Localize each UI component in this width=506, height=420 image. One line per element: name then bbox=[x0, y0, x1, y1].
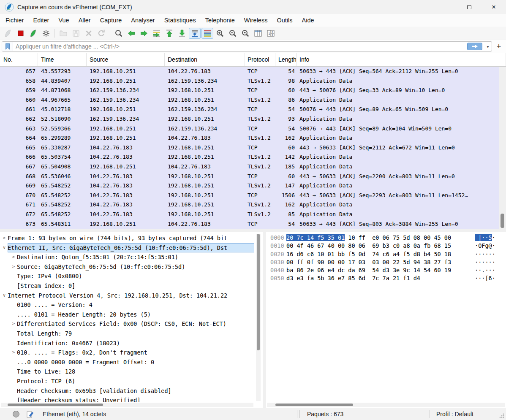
menu-analyser[interactable]: Analyser bbox=[126, 14, 159, 27]
hex-row[interactable]: 003000 ff 0f 90 00 00 17 03 03 00 22 5d … bbox=[266, 258, 506, 266]
column-header-info[interactable]: Info bbox=[297, 53, 506, 66]
go-to-packet-button[interactable] bbox=[151, 28, 163, 39]
next-packet-button[interactable] bbox=[138, 28, 150, 39]
display-filter-input[interactable]: Appliquer un filtre d'affichage ... <Ctr… bbox=[2, 41, 492, 51]
packet-row[interactable]: 65944.871068162.159.136.234192.168.10.25… bbox=[0, 86, 499, 95]
packet-row[interactable]: 66044.967665162.159.136.234192.168.10.25… bbox=[0, 95, 499, 105]
packet-row[interactable]: 66865.536046104.22.76.183192.168.10.251T… bbox=[0, 172, 499, 182]
first-packet-button[interactable] bbox=[163, 28, 175, 39]
hex-row[interactable]: 0040ba 86 2e 06 e4 dc da 69 54 d3 3e 9c … bbox=[266, 266, 506, 274]
menu-outils[interactable]: Outils bbox=[272, 14, 297, 27]
packet-row[interactable]: 65844.839407192.168.10.251162.159.136.23… bbox=[0, 76, 499, 86]
packet-list-scrollbar[interactable] bbox=[499, 67, 506, 229]
hex-hscrollbar[interactable] bbox=[267, 403, 505, 407]
column-header-source[interactable]: Source bbox=[87, 53, 165, 66]
detail-line[interactable]: Protocol: TCP (6) bbox=[0, 377, 254, 386]
column-header-protocol[interactable]: Protocol bbox=[245, 53, 275, 66]
detail-line[interactable]: 0100 .... = Version: 4 bbox=[0, 300, 254, 310]
packet-row[interactable]: 67265.548252104.22.76.183192.168.10.251T… bbox=[0, 210, 499, 219]
column-header-destination[interactable]: Destination bbox=[165, 53, 245, 66]
scrollbar-thumb[interactable] bbox=[275, 404, 353, 406]
packet-row[interactable]: 66252.518090162.159.136.234192.168.10.25… bbox=[0, 114, 499, 124]
menu-aide[interactable]: Aide bbox=[297, 14, 319, 27]
packet-row[interactable]: 67365.548311192.168.10.251104.22.76.183T… bbox=[0, 219, 499, 229]
packet-row[interactable]: 66965.548252104.22.76.183192.168.10.251T… bbox=[0, 181, 499, 191]
collapse-chevron-icon[interactable]: ∨ bbox=[1, 243, 8, 253]
expand-chevron-icon[interactable]: > bbox=[10, 348, 17, 358]
detail-line[interactable]: >Destination: Qotom_f5:35:01 (20:7c:14:f… bbox=[0, 252, 254, 262]
expand-chevron-icon[interactable]: > bbox=[10, 252, 17, 262]
column-header-length[interactable]: Length bbox=[275, 53, 297, 66]
resize-columns-button[interactable] bbox=[252, 28, 264, 39]
packet-row[interactable]: 66352.559366192.168.10.251162.159.136.23… bbox=[0, 124, 499, 134]
layout-columns-button[interactable]: 123 bbox=[265, 28, 277, 39]
menu-fichier[interactable]: Fichier bbox=[1, 14, 29, 27]
detail-line[interactable]: Total Length: 79 bbox=[0, 329, 254, 339]
detail-line[interactable]: >Source: GigaByteTech_06:75:5d (10:ff:e0… bbox=[0, 262, 254, 272]
menu-editer[interactable]: Editer bbox=[29, 14, 54, 27]
restart-capture-button[interactable] bbox=[27, 28, 39, 39]
expand-chevron-icon[interactable]: > bbox=[1, 233, 8, 243]
detail-line[interactable]: >010. .... = Flags: 0x2, Don't fragment bbox=[0, 348, 254, 358]
packet-row[interactable]: 67065.548252104.22.76.183192.168.10.251T… bbox=[0, 191, 499, 201]
add-filter-button[interactable]: + bbox=[494, 41, 503, 51]
column-header-no[interactable]: No. bbox=[0, 53, 38, 66]
detail-line[interactable]: Header Checksum: 0x69b3 [validation disa… bbox=[0, 386, 254, 396]
stop-capture-button[interactable] bbox=[15, 28, 27, 39]
packet-row[interactable]: 66145.012718192.168.10.251162.159.136.23… bbox=[0, 105, 499, 114]
auto-scroll-button[interactable] bbox=[189, 28, 201, 39]
packet-row[interactable]: 66665.503754104.22.76.183192.168.10.251T… bbox=[0, 152, 499, 162]
zoom-original-button[interactable] bbox=[239, 28, 251, 39]
packet-row[interactable]: 66765.504908192.168.10.251104.22.76.183T… bbox=[0, 162, 499, 172]
hex-row[interactable]: 0050d3 e3 fa 5b 36 e7 85 6d 7c 7a 21 f1 … bbox=[266, 274, 506, 282]
packet-row[interactable]: 67165.548252104.22.76.183192.168.10.251T… bbox=[0, 200, 499, 210]
detail-line[interactable]: Type: IPv4 (0x0800) bbox=[0, 271, 254, 281]
menu-statistiques[interactable]: Statistiques bbox=[160, 14, 201, 27]
expand-chevron-icon[interactable]: > bbox=[10, 319, 17, 329]
previous-packet-button[interactable] bbox=[125, 28, 137, 39]
pane-splitter[interactable] bbox=[0, 229, 506, 232]
close-button[interactable]: × bbox=[482, 0, 506, 14]
menu-vue[interactable]: Vue bbox=[54, 14, 73, 27]
detail-hex-divider[interactable] bbox=[263, 232, 266, 408]
packet-row[interactable]: 66565.330287104.22.76.183192.168.10.251T… bbox=[0, 143, 499, 153]
last-packet-button[interactable] bbox=[176, 28, 188, 39]
detail-line[interactable]: ∨Ethernet II, Src: GigaByteTech_06:75:5d… bbox=[0, 243, 254, 253]
menu-telephonie[interactable]: Telephonie bbox=[201, 14, 239, 27]
expand-chevron-icon[interactable]: > bbox=[10, 262, 17, 272]
capture-comment-icon[interactable] bbox=[26, 410, 34, 418]
colorize-packets-button[interactable] bbox=[201, 28, 213, 39]
filter-dropdown-button[interactable]: ▾ bbox=[484, 42, 492, 51]
detail-line[interactable]: Time to Live: 128 bbox=[0, 367, 254, 377]
find-packet-button[interactable] bbox=[113, 28, 125, 39]
detail-vscrollbar[interactable] bbox=[256, 234, 261, 401]
filter-bookmark-button[interactable] bbox=[2, 42, 13, 51]
menu-wireless[interactable]: Wireless bbox=[239, 14, 272, 27]
detail-line[interactable]: ...0 0000 0000 0000 = Fragment Offset: 0 bbox=[0, 358, 254, 367]
menu-capture[interactable]: Capture bbox=[95, 14, 127, 27]
expert-info-icon[interactable] bbox=[13, 411, 19, 417]
zoom-out-button[interactable] bbox=[227, 28, 239, 39]
detail-line[interactable]: [Stream index: 0] bbox=[0, 281, 254, 291]
packet-row[interactable]: 65743.557293192.168.10.251104.22.76.183T… bbox=[0, 67, 499, 76]
scrollbar-thumb[interactable] bbox=[257, 234, 260, 350]
detail-line[interactable]: .... 0101 = Header Length: 20 bytes (5) bbox=[0, 310, 254, 320]
detail-line[interactable]: >Frame 1: 93 bytes on wire (744 bits), 9… bbox=[0, 233, 254, 243]
detail-line[interactable]: ∨Internet Protocol Version 4, Src: 192.1… bbox=[0, 291, 254, 301]
maximize-button[interactable] bbox=[457, 0, 482, 14]
zoom-in-button[interactable] bbox=[214, 28, 226, 39]
detail-line[interactable]: >Differentiated Services Field: 0x00 (DS… bbox=[0, 319, 254, 329]
hex-row[interactable]: 002016 d6 c6 10 01 bb f5 0d 74 c6 a4 f5 … bbox=[266, 250, 506, 258]
hex-row[interactable]: 001000 4f 46 67 40 00 80 06 69 b3 c0 a8 … bbox=[266, 242, 506, 250]
minimize-button[interactable] bbox=[433, 0, 457, 14]
scrollbar-thumb[interactable] bbox=[501, 214, 504, 228]
detail-line[interactable]: Identification: 0x4667 (18023) bbox=[0, 339, 254, 348]
hex-row[interactable]: 000020 7c 14 f5 35 01 10 ff e0 06 75 5d … bbox=[266, 234, 506, 242]
resize-grip-icon[interactable] bbox=[499, 413, 505, 419]
detail-hscrollbar[interactable] bbox=[1, 403, 253, 407]
collapse-chevron-icon[interactable]: ∨ bbox=[1, 291, 8, 301]
column-header-time[interactable]: Time bbox=[38, 53, 87, 66]
menu-aller[interactable]: Aller bbox=[74, 14, 95, 27]
detail-line[interactable]: [Header checksum status: Unverified] bbox=[0, 396, 254, 402]
packet-row[interactable]: 66465.299289192.168.10.251104.22.76.183T… bbox=[0, 133, 499, 143]
